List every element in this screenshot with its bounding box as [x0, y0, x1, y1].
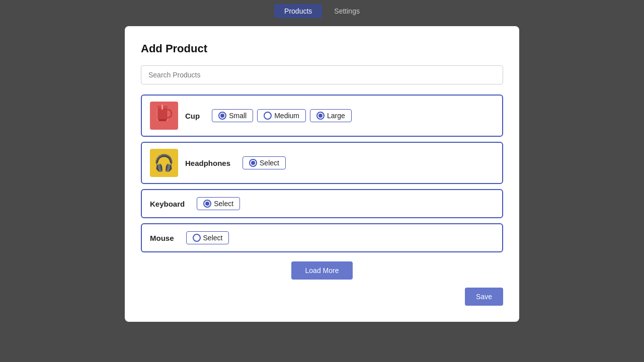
cup-options: Small Medium Large	[212, 109, 352, 122]
mouse-name: Mouse	[150, 234, 174, 242]
headphones-icon: 🎧	[154, 153, 174, 172]
tab-settings[interactable]: Settings	[324, 4, 370, 18]
product-row-keyboard: Keyboard Select	[141, 189, 503, 218]
cup-option-large-label: Large	[327, 112, 345, 120]
cup-option-medium[interactable]: Medium	[257, 109, 306, 122]
cup-option-small[interactable]: Small	[212, 109, 253, 122]
mouse-option-select[interactable]: Select	[186, 231, 229, 244]
save-row: Save	[141, 288, 503, 306]
mouse-radio-select	[193, 234, 201, 242]
keyboard-radio-select	[203, 200, 211, 208]
cup-option-medium-label: Medium	[274, 112, 299, 120]
cup-option-small-label: Small	[229, 112, 247, 120]
search-input[interactable]	[141, 65, 503, 84]
mouse-option-select-label: Select	[203, 234, 223, 242]
load-more-row: Load More	[141, 261, 503, 280]
cup-radio-medium	[264, 112, 272, 120]
keyboard-option-select-label: Select	[214, 200, 233, 208]
top-nav: Products Settings	[0, 0, 644, 22]
product-row-mouse: Mouse Select	[141, 223, 503, 252]
keyboard-options: Select	[197, 197, 240, 210]
add-product-modal: Add Product Cup Small	[125, 26, 519, 322]
save-button[interactable]: Save	[465, 288, 503, 306]
headphones-radio-select	[249, 159, 257, 167]
product-row-headphones: 🎧 Headphones Select	[141, 142, 503, 184]
headphones-name: Headphones	[185, 159, 230, 167]
tab-products[interactable]: Products	[274, 4, 322, 18]
headphones-options: Select	[243, 156, 286, 169]
keyboard-name: Keyboard	[150, 200, 185, 208]
headphones-option-select[interactable]: Select	[243, 156, 286, 169]
headphones-option-select-label: Select	[260, 159, 279, 167]
product-row-cup: Cup Small Medium Large	[141, 95, 503, 137]
cup-image	[150, 102, 178, 130]
headphones-image: 🎧	[150, 149, 178, 177]
mouse-options: Select	[186, 231, 229, 244]
modal-title: Add Product	[141, 42, 503, 55]
svg-rect-4	[162, 105, 163, 110]
cup-radio-large	[316, 112, 325, 120]
svg-rect-5	[158, 119, 167, 121]
keyboard-option-select[interactable]: Select	[197, 197, 240, 210]
cup-radio-small	[218, 112, 226, 120]
cup-option-large[interactable]: Large	[310, 109, 352, 122]
load-more-button[interactable]: Load More	[291, 261, 353, 280]
cup-name: Cup	[185, 112, 200, 120]
